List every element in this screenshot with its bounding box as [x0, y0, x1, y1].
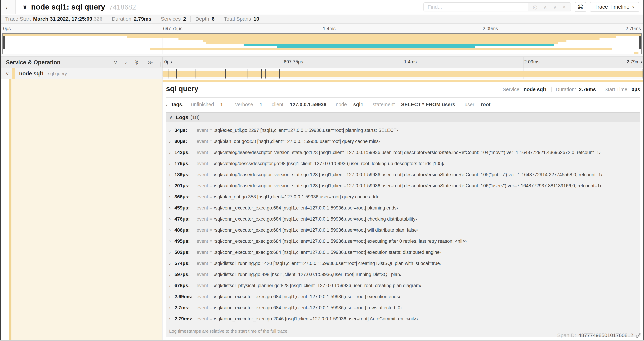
- tag-key: node: [336, 102, 347, 107]
- minimap-left-drag-handle[interactable]: [3, 36, 5, 49]
- service-operation-header: Service & Operation ∨ › ≫ ≫: [1, 57, 162, 68]
- summary-separator: [156, 16, 156, 22]
- tag-value: SELECT * FROM users: [401, 102, 455, 107]
- match-highlight-icon[interactable]: ◎: [533, 4, 537, 10]
- log-row[interactable]: ›80μs:event=‹sql/plan_opt.go:358 [nsql1,…: [166, 136, 640, 147]
- log-expand-chevron-icon[interactable]: ›: [169, 205, 171, 211]
- log-equals: =: [210, 294, 212, 299]
- log-expand-chevron-icon[interactable]: ›: [169, 172, 171, 177]
- span-row[interactable]: ∨ node sql1 sql query: [1, 68, 643, 79]
- log-row[interactable]: ›502μs:event=‹sql/conn_executor_exec.go:…: [166, 247, 640, 258]
- tag-item[interactable]: _unfinished=1: [188, 102, 223, 107]
- clear-search-icon[interactable]: ×: [563, 4, 566, 10]
- span-row-timeline[interactable]: [162, 68, 643, 79]
- column-resizer[interactable]: [159, 62, 160, 67]
- log-timestamp: 142μs:: [174, 150, 197, 155]
- log-row[interactable]: ›2.79ms:event=‹sql/conn_executor_exec.go…: [166, 313, 640, 324]
- log-equals: =: [210, 305, 212, 310]
- log-row[interactable]: ›678μs:event=‹sql/distsql_physical_plann…: [166, 280, 640, 291]
- log-marker-tick: [626, 69, 626, 79]
- log-marker-tick: [642, 69, 642, 79]
- deep-link-icon[interactable]: [636, 332, 642, 338]
- tag-item[interactable]: statement=SELECT * FROM users: [373, 102, 455, 107]
- log-row[interactable]: ›574μs:event=‹sql/distsql_running.go:142…: [166, 258, 640, 269]
- tag-value: 127.0.0.1:59936: [290, 102, 326, 107]
- log-expand-chevron-icon[interactable]: ›: [169, 161, 171, 166]
- prev-result-icon[interactable]: ∧: [543, 4, 547, 10]
- log-row[interactable]: ›2.7ms:event=‹sql/conn_executor_exec.go:…: [166, 302, 640, 313]
- tag-item[interactable]: _verbose=1: [232, 102, 262, 107]
- log-expand-chevron-icon[interactable]: ›: [169, 216, 171, 222]
- log-expand-chevron-icon[interactable]: ›: [169, 305, 171, 310]
- tags-row[interactable]: › Tags: _unfinished=1_verbose=1client=12…: [166, 102, 640, 107]
- span-detail-indent-fill: [12, 79, 162, 339]
- log-field-value: ‹sql/conn_executor_exec.go:684 [nsql1,cl…: [214, 239, 467, 244]
- log-expand-chevron-icon[interactable]: ›: [169, 150, 171, 155]
- find-input[interactable]: [424, 3, 528, 11]
- span-duration-bar[interactable]: [162, 71, 643, 77]
- expand-all-icon[interactable]: ≫: [148, 60, 153, 66]
- log-row[interactable]: ›142μs:event=‹sql/catalog/lease/descript…: [166, 147, 640, 158]
- log-row[interactable]: ›366μs:event=‹sql/plan_opt.go:358 [nsql1…: [166, 191, 640, 202]
- log-field-key: event: [197, 283, 208, 288]
- tags-expand-chevron-icon[interactable]: ›: [166, 102, 168, 107]
- log-expand-chevron-icon[interactable]: ›: [169, 128, 171, 133]
- span-collapse-chevron-icon[interactable]: ∨: [6, 71, 9, 77]
- log-marker-tick: [197, 69, 197, 79]
- logs-header[interactable]: ∨ Logs (18): [166, 113, 640, 122]
- tag-item[interactable]: client=127.0.0.1:59936: [272, 102, 326, 107]
- collapse-all-icon[interactable]: ≫: [134, 60, 140, 65]
- logs-title: Logs: [176, 114, 188, 120]
- log-expand-chevron-icon[interactable]: ›: [169, 316, 171, 321]
- log-row[interactable]: ›476μs:event=‹sql/conn_executor_exec.go:…: [166, 213, 640, 225]
- minimap-canvas[interactable]: [2, 33, 642, 54]
- tag-item[interactable]: user=root: [465, 102, 490, 107]
- log-expand-chevron-icon[interactable]: ›: [169, 194, 171, 200]
- log-expand-chevron-icon[interactable]: ›: [169, 139, 171, 144]
- log-row[interactable]: ›189μs:event=‹sql/catalog/lease/descript…: [166, 169, 640, 180]
- view-selector-button[interactable]: Trace Timeline ∨: [590, 2, 639, 12]
- log-expand-chevron-icon[interactable]: ›: [169, 183, 171, 189]
- log-row[interactable]: ›486μs:event=‹sql/conn_executor_exec.go:…: [166, 225, 640, 236]
- minimap-span-bar: [150, 48, 612, 50]
- summary-item-value: 2: [183, 16, 186, 22]
- log-expand-chevron-icon[interactable]: ›: [169, 294, 171, 299]
- log-expand-chevron-icon[interactable]: ›: [169, 239, 171, 244]
- log-field-key: event: [197, 250, 208, 255]
- log-expand-chevron-icon[interactable]: ›: [169, 272, 171, 277]
- summary-item-value: 10: [254, 16, 259, 22]
- tag-equals: =: [349, 102, 352, 107]
- log-expand-chevron-icon[interactable]: ›: [169, 250, 171, 255]
- tags-list: _unfinished=1_verbose=1client=127.0.0.1:…: [188, 102, 490, 107]
- tag-equals: =: [285, 102, 288, 107]
- log-row[interactable]: ›2.69ms:event=‹sql/conn_executor_exec.go…: [166, 291, 640, 302]
- summary-separator: [107, 16, 107, 22]
- ruler-tick-label: 2.09ms: [524, 59, 540, 65]
- minimap-right-drag-handle[interactable]: [639, 36, 641, 49]
- span-row-name-column[interactable]: ∨ node sql1 sql query: [1, 68, 162, 79]
- log-row[interactable]: ›201μs:event=‹sql/catalog/lease/descript…: [166, 180, 640, 191]
- log-timestamp: 476μs:: [174, 216, 197, 222]
- collapse-one-icon[interactable]: ∨: [114, 60, 117, 66]
- log-row[interactable]: ›34μs:event=‹sql/exec_util.go:2297 [nsql…: [166, 125, 640, 136]
- summary-item-label: Services: [161, 16, 181, 22]
- tag-item[interactable]: node=sql1: [336, 102, 363, 107]
- keyboard-shortcuts-button[interactable]: ⌘: [575, 2, 586, 12]
- log-row[interactable]: ›597μs:event=‹sql/distsql_running.go:498…: [166, 269, 640, 280]
- back-button[interactable]: ←: [1, 0, 16, 14]
- tag-separator: [267, 102, 267, 107]
- log-field-key: event: [197, 139, 208, 144]
- log-expand-chevron-icon[interactable]: ›: [169, 227, 171, 233]
- next-result-icon[interactable]: ∨: [553, 4, 557, 10]
- span-color-strip: [12, 68, 15, 79]
- collapse-trace-chevron-icon[interactable]: ∨: [22, 4, 27, 11]
- log-field-key: event: [197, 272, 208, 277]
- tag-value: root: [481, 102, 490, 107]
- log-row[interactable]: ›459μs:event=‹sql/conn_executor_exec.go:…: [166, 202, 640, 213]
- expand-one-icon[interactable]: ›: [125, 60, 127, 65]
- log-expand-chevron-icon[interactable]: ›: [169, 261, 171, 266]
- log-marker-tick: [195, 69, 196, 79]
- log-row[interactable]: ›176μs:event=‹sql/catalog/descs/descript…: [166, 158, 640, 169]
- log-expand-chevron-icon[interactable]: ›: [169, 283, 171, 288]
- log-row[interactable]: ›495μs:event=‹sql/conn_executor_exec.go:…: [166, 236, 640, 247]
